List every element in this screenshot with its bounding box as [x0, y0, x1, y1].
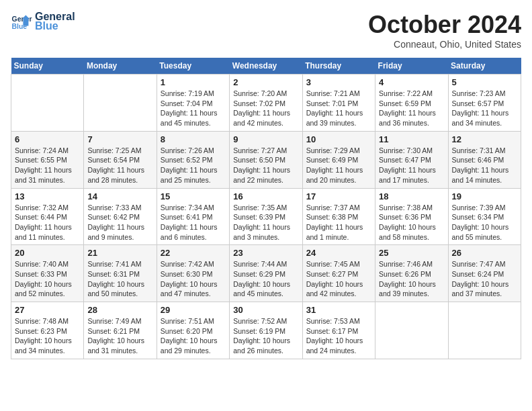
day-detail: Sunrise: 7:35 AM Sunset: 6:39 PM Dayligh…: [233, 203, 298, 242]
calendar-cell: 25Sunrise: 7:46 AM Sunset: 6:26 PM Dayli…: [375, 245, 448, 302]
day-detail: Sunrise: 7:40 AM Sunset: 6:33 PM Dayligh…: [15, 259, 80, 299]
day-detail: Sunrise: 7:26 AM Sunset: 6:52 PM Dayligh…: [161, 146, 226, 185]
page-header: General Blue General Blue October 2024 C…: [11, 11, 521, 50]
day-detail: Sunrise: 7:20 AM Sunset: 7:02 PM Dayligh…: [233, 89, 298, 128]
day-number: 23: [233, 248, 298, 258]
calendar-cell: 10Sunrise: 7:29 AM Sunset: 6:49 PM Dayli…: [302, 131, 375, 188]
day-detail: Sunrise: 7:39 AM Sunset: 6:34 PM Dayligh…: [452, 203, 517, 242]
calendar-body: 1Sunrise: 7:19 AM Sunset: 7:04 PM Daylig…: [11, 75, 521, 359]
calendar-cell: 13Sunrise: 7:32 AM Sunset: 6:44 PM Dayli…: [11, 188, 84, 245]
day-number: 12: [452, 134, 517, 144]
day-detail: Sunrise: 7:22 AM Sunset: 6:59 PM Dayligh…: [379, 89, 444, 128]
day-number: 13: [15, 191, 80, 201]
calendar-cell: 11Sunrise: 7:30 AM Sunset: 6:47 PM Dayli…: [375, 131, 448, 188]
calendar-cell: 26Sunrise: 7:47 AM Sunset: 6:24 PM Dayli…: [448, 245, 521, 302]
weekday-header-row: SundayMondayTuesdayWednesdayThursdayFrid…: [11, 58, 521, 75]
day-detail: Sunrise: 7:44 AM Sunset: 6:29 PM Dayligh…: [233, 259, 298, 299]
day-number: 14: [87, 191, 152, 201]
day-number: 25: [379, 248, 444, 258]
day-detail: Sunrise: 7:33 AM Sunset: 6:42 PM Dayligh…: [87, 203, 152, 242]
calendar-header: SundayMondayTuesdayWednesdayThursdayFrid…: [11, 58, 521, 75]
day-detail: Sunrise: 7:46 AM Sunset: 6:26 PM Dayligh…: [379, 259, 444, 299]
calendar-cell: 16Sunrise: 7:35 AM Sunset: 6:39 PM Dayli…: [230, 188, 302, 245]
day-number: 26: [452, 248, 517, 258]
day-number: 3: [306, 77, 371, 87]
calendar-cell: 14Sunrise: 7:33 AM Sunset: 6:42 PM Dayli…: [84, 188, 157, 245]
day-number: 29: [161, 305, 226, 315]
calendar-table: SundayMondayTuesdayWednesdayThursdayFrid…: [11, 58, 521, 359]
logo-icon: General Blue: [11, 11, 32, 32]
calendar-week-row: 20Sunrise: 7:40 AM Sunset: 6:33 PM Dayli…: [11, 245, 521, 302]
day-number: 24: [306, 248, 371, 258]
day-detail: Sunrise: 7:24 AM Sunset: 6:55 PM Dayligh…: [15, 146, 80, 185]
calendar-cell: 2Sunrise: 7:20 AM Sunset: 7:02 PM Daylig…: [230, 75, 302, 132]
calendar-week-row: 13Sunrise: 7:32 AM Sunset: 6:44 PM Dayli…: [11, 188, 521, 245]
day-detail: Sunrise: 7:23 AM Sunset: 6:57 PM Dayligh…: [452, 89, 517, 128]
day-detail: Sunrise: 7:32 AM Sunset: 6:44 PM Dayligh…: [15, 203, 80, 242]
day-detail: Sunrise: 7:48 AM Sunset: 6:23 PM Dayligh…: [15, 316, 80, 356]
day-detail: Sunrise: 7:29 AM Sunset: 6:49 PM Dayligh…: [306, 146, 371, 185]
calendar-cell: 24Sunrise: 7:45 AM Sunset: 6:27 PM Dayli…: [302, 245, 375, 302]
calendar-cell: 30Sunrise: 7:52 AM Sunset: 6:19 PM Dayli…: [230, 302, 302, 359]
day-number: 7: [87, 134, 152, 144]
weekday-header-sunday: Sunday: [11, 58, 84, 75]
calendar-cell: 7Sunrise: 7:25 AM Sunset: 6:54 PM Daylig…: [84, 131, 157, 188]
calendar-cell: 6Sunrise: 7:24 AM Sunset: 6:55 PM Daylig…: [11, 131, 84, 188]
day-number: 4: [379, 77, 444, 87]
calendar-cell: 28Sunrise: 7:49 AM Sunset: 6:21 PM Dayli…: [84, 302, 157, 359]
calendar-cell: 18Sunrise: 7:38 AM Sunset: 6:36 PM Dayli…: [375, 188, 448, 245]
calendar-cell: 20Sunrise: 7:40 AM Sunset: 6:33 PM Dayli…: [11, 245, 84, 302]
calendar-cell: 3Sunrise: 7:21 AM Sunset: 7:01 PM Daylig…: [302, 75, 375, 132]
day-detail: Sunrise: 7:19 AM Sunset: 7:04 PM Dayligh…: [161, 89, 226, 128]
calendar-cell: 15Sunrise: 7:34 AM Sunset: 6:41 PM Dayli…: [157, 188, 229, 245]
day-number: 11: [379, 134, 444, 144]
calendar-cell: 9Sunrise: 7:27 AM Sunset: 6:50 PM Daylig…: [230, 131, 302, 188]
calendar-cell: 5Sunrise: 7:23 AM Sunset: 6:57 PM Daylig…: [448, 75, 521, 132]
day-number: 16: [233, 191, 298, 201]
day-detail: Sunrise: 7:51 AM Sunset: 6:20 PM Dayligh…: [161, 316, 226, 356]
day-number: 9: [233, 134, 298, 144]
weekday-header-friday: Friday: [375, 58, 448, 75]
calendar-cell: [84, 75, 157, 132]
day-number: 1: [161, 77, 226, 87]
day-detail: Sunrise: 7:37 AM Sunset: 6:38 PM Dayligh…: [306, 203, 371, 242]
calendar-week-row: 6Sunrise: 7:24 AM Sunset: 6:55 PM Daylig…: [11, 131, 521, 188]
day-number: 21: [87, 248, 152, 258]
day-number: 30: [233, 305, 298, 315]
day-detail: Sunrise: 7:25 AM Sunset: 6:54 PM Dayligh…: [87, 146, 152, 185]
day-detail: Sunrise: 7:30 AM Sunset: 6:47 PM Dayligh…: [379, 146, 444, 185]
calendar-cell: 1Sunrise: 7:19 AM Sunset: 7:04 PM Daylig…: [157, 75, 229, 132]
day-detail: Sunrise: 7:27 AM Sunset: 6:50 PM Dayligh…: [233, 146, 298, 185]
day-number: 31: [306, 305, 371, 315]
calendar-cell: 23Sunrise: 7:44 AM Sunset: 6:29 PM Dayli…: [230, 245, 302, 302]
day-number: 2: [233, 77, 298, 87]
month-title: October 2024: [368, 11, 521, 39]
calendar-cell: [375, 302, 448, 359]
day-detail: Sunrise: 7:49 AM Sunset: 6:21 PM Dayligh…: [87, 316, 152, 356]
calendar-cell: [448, 302, 521, 359]
weekday-header-saturday: Saturday: [448, 58, 521, 75]
calendar-week-row: 27Sunrise: 7:48 AM Sunset: 6:23 PM Dayli…: [11, 302, 521, 359]
day-detail: Sunrise: 7:31 AM Sunset: 6:46 PM Dayligh…: [452, 146, 517, 185]
day-detail: Sunrise: 7:47 AM Sunset: 6:24 PM Dayligh…: [452, 259, 517, 299]
logo: General Blue General Blue: [11, 11, 75, 32]
day-number: 27: [15, 305, 80, 315]
svg-text:General: General: [12, 15, 32, 23]
day-detail: Sunrise: 7:45 AM Sunset: 6:27 PM Dayligh…: [306, 259, 371, 299]
calendar-cell: 12Sunrise: 7:31 AM Sunset: 6:46 PM Dayli…: [448, 131, 521, 188]
day-number: 22: [161, 248, 226, 258]
day-number: 5: [452, 77, 517, 87]
day-detail: Sunrise: 7:38 AM Sunset: 6:36 PM Dayligh…: [379, 203, 444, 242]
weekday-header-wednesday: Wednesday: [230, 58, 302, 75]
day-detail: Sunrise: 7:42 AM Sunset: 6:30 PM Dayligh…: [161, 259, 226, 299]
calendar-cell: 17Sunrise: 7:37 AM Sunset: 6:38 PM Dayli…: [302, 188, 375, 245]
day-number: 18: [379, 191, 444, 201]
day-number: 10: [306, 134, 371, 144]
day-number: 20: [15, 248, 80, 258]
calendar-cell: 29Sunrise: 7:51 AM Sunset: 6:20 PM Dayli…: [157, 302, 229, 359]
day-number: 8: [161, 134, 226, 144]
day-number: 19: [452, 191, 517, 201]
day-number: 17: [306, 191, 371, 201]
day-number: 28: [87, 305, 152, 315]
calendar-cell: 21Sunrise: 7:41 AM Sunset: 6:31 PM Dayli…: [84, 245, 157, 302]
